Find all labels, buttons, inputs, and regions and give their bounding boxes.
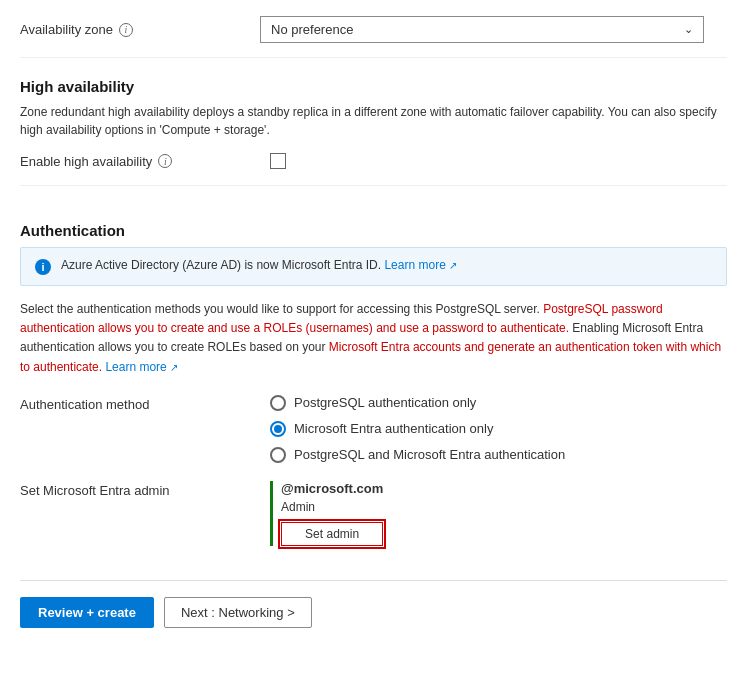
availability-zone-text: Availability zone (20, 22, 113, 37)
bottom-navigation: Review + create Next : Networking > (20, 580, 727, 628)
entra-admin-label: Set Microsoft Entra admin (20, 481, 260, 498)
radio-circle-entra (270, 421, 286, 437)
radio-label-both: PostgreSQL and Microsoft Entra authentic… (294, 447, 565, 462)
availability-zone-row: Availability zone i No preference ⌄ (20, 16, 727, 58)
enable-ha-text: Enable high availability (20, 154, 152, 169)
enable-ha-info-icon[interactable]: i (158, 154, 172, 168)
availability-zone-dropdown[interactable]: No preference ⌄ (260, 16, 704, 43)
radio-label-postgresql: PostgreSQL authentication only (294, 395, 476, 410)
info-circle-icon: i (35, 259, 51, 275)
enable-ha-row: Enable high availability i (20, 153, 727, 186)
authentication-description: Select the authentication methods you wo… (20, 300, 727, 377)
radio-circle-postgresql (270, 395, 286, 411)
next-networking-button[interactable]: Next : Networking > (164, 597, 312, 628)
set-admin-button[interactable]: Set admin (281, 522, 383, 546)
banner-learn-more-link[interactable]: Learn more (384, 258, 445, 272)
radio-circle-both (270, 447, 286, 463)
chevron-down-icon: ⌄ (684, 23, 693, 36)
authentication-method-row: Authentication method PostgreSQL authent… (20, 395, 727, 463)
availability-zone-info-icon[interactable]: i (119, 23, 133, 37)
availability-zone-label: Availability zone i (20, 22, 260, 37)
radio-option-postgresql[interactable]: PostgreSQL authentication only (270, 395, 565, 411)
microsoft-email: @microsoft.com (281, 481, 383, 496)
entra-admin-row: Set Microsoft Entra admin @microsoft.com… (20, 481, 727, 546)
radio-label-entra: Microsoft Entra authentication only (294, 421, 493, 436)
radio-option-entra[interactable]: Microsoft Entra authentication only (270, 421, 565, 437)
authentication-radio-group: PostgreSQL authentication only Microsoft… (270, 395, 565, 463)
external-link-icon: ↗ (449, 260, 457, 271)
auth-desc-learn-more-link[interactable]: Learn more (105, 360, 166, 374)
availability-zone-value: No preference (271, 22, 353, 37)
authentication-title: Authentication (20, 222, 727, 239)
enable-ha-label: Enable high availability i (20, 154, 260, 169)
high-availability-description: Zone redundant high availability deploys… (20, 103, 727, 139)
high-availability-title: High availability (20, 78, 727, 95)
auth-desc-external-link-icon: ↗ (170, 362, 178, 373)
radio-option-both[interactable]: PostgreSQL and Microsoft Entra authentic… (270, 447, 565, 463)
entra-admin-inner: @microsoft.com Admin Set admin (270, 481, 383, 546)
info-banner-text: Azure Active Directory (Azure AD) is now… (61, 258, 457, 272)
entra-admin-content: @microsoft.com Admin Set admin (273, 481, 383, 546)
entra-info-banner: i Azure Active Directory (Azure AD) is n… (20, 247, 727, 286)
admin-sub-label: Admin (281, 500, 383, 514)
high-availability-section: High availability Zone redundant high av… (20, 78, 727, 206)
authentication-section: Authentication i Azure Active Directory … (20, 222, 727, 564)
enable-ha-checkbox[interactable] (270, 153, 286, 169)
review-create-button[interactable]: Review + create (20, 597, 154, 628)
authentication-method-label: Authentication method (20, 395, 260, 412)
